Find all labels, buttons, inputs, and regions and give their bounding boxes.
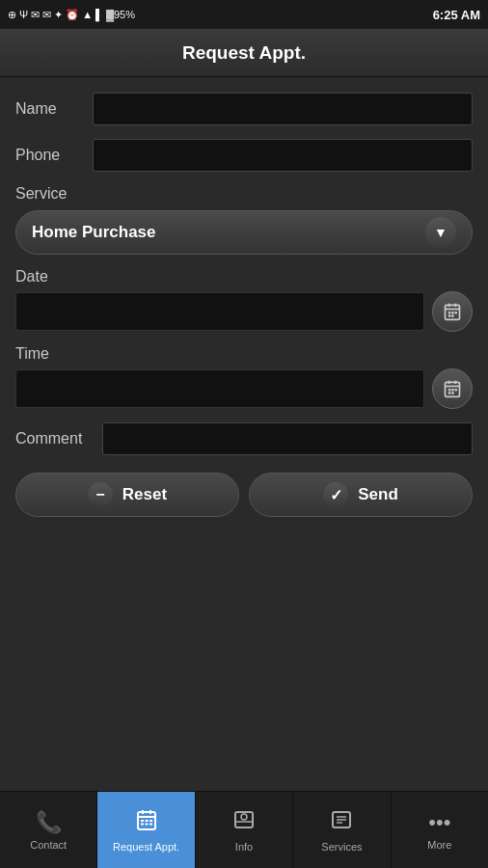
- svg-rect-22: [141, 820, 144, 822]
- svg-rect-27: [149, 823, 152, 825]
- send-label: Send: [358, 485, 398, 504]
- add-icon: ⊕: [8, 9, 16, 21]
- nav-item-request-appt[interactable]: Request Appt.: [97, 792, 195, 868]
- comment-input[interactable]: [102, 422, 473, 455]
- svg-point-29: [241, 814, 247, 820]
- svg-rect-4: [448, 312, 451, 314]
- app-header: Request Appt.: [0, 29, 488, 77]
- form-content: Name Phone Service Home Purchase ▼ Date: [0, 77, 488, 791]
- send-button[interactable]: ✓ Send: [249, 473, 473, 517]
- nav-label-more: More: [427, 839, 451, 851]
- svg-rect-26: [145, 823, 148, 825]
- bottom-navigation: 📞 Contact Request Appt.: [0, 791, 488, 868]
- svg-rect-25: [141, 823, 144, 825]
- svg-rect-6: [455, 312, 458, 314]
- time-section: Time: [15, 345, 473, 409]
- gmail-icon: ✉: [31, 9, 40, 21]
- dropdown-arrow-icon: ▼: [425, 217, 456, 248]
- wifi-icon: ▲: [82, 9, 93, 20]
- sms-icon: ✉: [42, 9, 51, 21]
- service-section: Service Home Purchase ▼: [15, 185, 473, 255]
- service-label: Service: [15, 185, 473, 203]
- time-picker-button[interactable]: [432, 368, 473, 409]
- svg-rect-15: [455, 389, 458, 392]
- status-bar: ⊕ Ψ ✉ ✉ ✦ ⏰ ▲ ▌ ▓95% 6:25 AM: [0, 0, 488, 29]
- time-row: [15, 368, 473, 409]
- clock-grid-icon: [443, 379, 462, 398]
- action-buttons: − Reset ✓ Send: [15, 473, 473, 517]
- date-input[interactable]: [15, 292, 424, 331]
- services-icon: [330, 808, 353, 837]
- info-icon: [232, 808, 256, 837]
- nav-item-contact[interactable]: 📞 Contact: [0, 792, 97, 868]
- time-label: Time: [15, 345, 473, 363]
- service-dropdown-value: Home Purchase: [32, 223, 156, 242]
- signal-icon: ▌: [95, 9, 103, 20]
- time-display: 6:25 AM: [433, 8, 480, 22]
- bluetooth-icon: ✦: [54, 9, 63, 21]
- date-label: Date: [15, 268, 473, 285]
- nav-label-services: Services: [321, 841, 362, 853]
- nav-item-services[interactable]: Services: [293, 792, 391, 868]
- date-picker-button[interactable]: [432, 291, 473, 332]
- phone-label: Phone: [15, 147, 93, 164]
- reset-button[interactable]: − Reset: [15, 473, 239, 517]
- phone-input[interactable]: [93, 139, 473, 172]
- nav-label-request-appt: Request Appt.: [113, 841, 179, 853]
- name-row: Name: [15, 93, 473, 125]
- svg-rect-16: [448, 392, 451, 394]
- battery-icon: ▓95%: [106, 9, 135, 20]
- nav-item-more[interactable]: ••• More: [392, 792, 488, 868]
- reset-label: Reset: [122, 485, 167, 504]
- svg-rect-5: [451, 312, 454, 314]
- alarm-icon: ⏰: [66, 9, 79, 21]
- name-label: Name: [15, 100, 93, 118]
- phone-row: Phone: [15, 139, 473, 172]
- info-icon-svg: [232, 808, 256, 831]
- date-row: [15, 291, 473, 332]
- svg-rect-23: [145, 820, 148, 822]
- appt-icon-svg: [135, 808, 158, 831]
- calendar-icon: [443, 302, 462, 321]
- calendar-nav-icon: [135, 808, 158, 837]
- usb-icon: Ψ: [19, 9, 28, 20]
- date-section: Date: [15, 268, 473, 332]
- phone-icon: 📞: [36, 810, 62, 835]
- name-input[interactable]: [93, 93, 473, 125]
- nav-label-contact: Contact: [30, 839, 67, 851]
- comment-label: Comment: [15, 430, 102, 448]
- svg-rect-8: [451, 314, 454, 317]
- svg-rect-17: [451, 392, 454, 394]
- status-icons: ⊕ Ψ ✉ ✉ ✦ ⏰ ▲ ▌ ▓95%: [8, 9, 135, 21]
- nav-label-info: Info: [235, 841, 253, 853]
- time-input[interactable]: [15, 369, 424, 408]
- nav-item-info[interactable]: Info: [196, 792, 293, 868]
- service-dropdown[interactable]: Home Purchase ▼: [15, 210, 473, 255]
- services-icon-svg: [330, 808, 353, 831]
- svg-rect-7: [448, 314, 451, 317]
- svg-rect-13: [448, 389, 451, 392]
- svg-rect-24: [149, 820, 152, 822]
- more-icon: •••: [428, 810, 450, 835]
- comment-row: Comment: [15, 422, 473, 455]
- status-time: 6:25 AM: [433, 8, 480, 22]
- svg-rect-14: [451, 389, 454, 392]
- reset-icon: −: [88, 482, 113, 507]
- page-title: Request Appt.: [182, 42, 306, 64]
- send-icon: ✓: [323, 482, 348, 507]
